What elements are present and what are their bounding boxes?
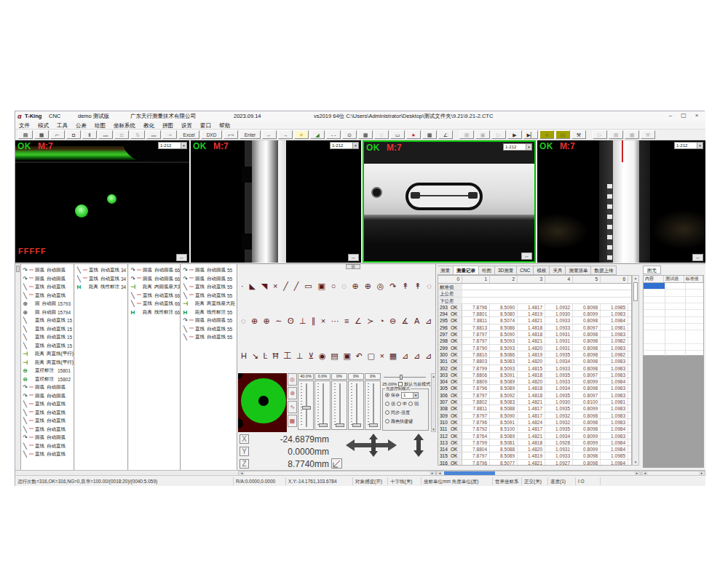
list-item[interactable]: ╲***直线自动直线55 [181, 333, 237, 342]
panel-collapse-button[interactable]: ▨ [346, 264, 360, 269]
tool-icon[interactable]: ∥ [312, 316, 316, 326]
tool-icon[interactable]: × [380, 351, 384, 360]
tool-icon[interactable]: · [241, 282, 244, 290]
chevron-down-icon[interactable]: ▾ [181, 143, 186, 148]
radio-weak[interactable] [408, 402, 413, 406]
light-slider[interactable] [365, 380, 381, 430]
maximize-button[interactable]: ▢ [678, 111, 689, 121]
table-row[interactable]: 296 OK 7.8813 8.5086 1.4818 1.0933 0.809… [438, 324, 631, 331]
toolbar-button[interactable]: ▩ [358, 130, 373, 139]
table-row[interactable]: 310 OK 7.8796 8.5091 1.4824 1.0932 0.809… [438, 419, 631, 426]
table-vertical-scrollbar[interactable]: ▴▾ [632, 275, 639, 466]
selected-cell[interactable] [644, 283, 665, 289]
radio-color-hotkey[interactable] [385, 419, 389, 423]
record-tab[interactable]: 3D测量 [495, 266, 517, 275]
toolbar-button[interactable]: DXD [201, 130, 222, 139]
tool-icon[interactable]: ◉ [319, 351, 326, 361]
tool-icon[interactable]: ◣ [250, 282, 256, 291]
toolbar-button[interactable]: ▶▏ [523, 130, 538, 139]
tool-icon[interactable]: ↟ [402, 282, 408, 291]
record-tab[interactable]: CNC [517, 266, 534, 275]
toolbar-button[interactable]: → [278, 130, 293, 139]
toolbar-button[interactable]: ⚒ [571, 130, 586, 139]
record-tab[interactable]: 模板 [534, 266, 550, 275]
table-row[interactable]: 295 OK 7.8811 8.5074 1.4821 1.0933 0.809… [438, 317, 631, 324]
light-slider[interactable] [314, 380, 331, 430]
table-row[interactable]: 305 OK 7.8796 8.5089 1.4818 1.0934 0.809… [438, 385, 631, 391]
list-item[interactable]: ↷***圆弧自动圆弧55 [181, 266, 237, 275]
list-item[interactable]: ╲直线自动直线15 [21, 325, 74, 334]
toolbar-button[interactable]: ⊙ [342, 130, 357, 139]
list-item[interactable]: ╲直线自动直线15 [21, 333, 74, 342]
tool-icon[interactable]: ⊕ [365, 282, 371, 291]
table-row[interactable]: 297 OK 7.8797 8.5090 1.4818 1.0931 0.809… [438, 331, 631, 338]
list-item[interactable]: ╲***直线自动直线66 [129, 292, 180, 300]
table-label-row[interactable]: 标准值 [438, 284, 631, 290]
options-scrollbar[interactable]: ▴▾ [431, 373, 436, 432]
list-item[interactable]: ╲直线自动直线15 [21, 316, 74, 325]
column-header[interactable]: 1 [462, 276, 490, 283]
toolbar-button[interactable] [587, 130, 591, 139]
column-header[interactable]: 4 [545, 276, 573, 283]
tool-icon[interactable]: ▣ [318, 282, 325, 291]
list-item[interactable]: ⊖直径标注15801 [21, 367, 74, 375]
tool-icon[interactable]: ▣ [343, 351, 350, 361]
table-row[interactable]: 300 OK 7.8810 8.5086 1.4819 1.0935 0.809… [438, 351, 631, 358]
tool-icon[interactable]: ⊿ [414, 351, 420, 361]
toolbar-button[interactable]: ▷ [491, 130, 506, 139]
camera-view-3-selected[interactable]: OK M:7 1-212▾ ↔ [363, 140, 536, 263]
list-item[interactable]: ╲***直线自动直线 [21, 292, 74, 300]
tool-icon[interactable]: ∠ [355, 316, 362, 326]
camera-view-4[interactable]: OK M:7 1-212▾ ↔ [537, 140, 705, 263]
table-row[interactable]: 303 OK 7.8806 8.5091 1.4818 1.0935 0.809… [438, 372, 631, 378]
tool-icon[interactable]: ↶ [356, 351, 363, 361]
table-row[interactable]: 313 OK 7.8799 8.5081 1.4818 1.0928 0.809… [438, 439, 631, 446]
tool-icon[interactable]: ⊕ [352, 282, 359, 291]
list-item[interactable]: H距离线性标注34 [75, 283, 127, 292]
list-item[interactable]: ╲***直线自动直线34 [75, 266, 127, 275]
tool-icon[interactable]: ⊕ [251, 316, 258, 326]
tool-icon[interactable]: A [414, 316, 419, 325]
tool-icon[interactable]: ○ [331, 282, 336, 290]
light-mode-button[interactable]: ▦ [288, 415, 297, 427]
list-item[interactable]: ⊖直径标注15802 [21, 375, 74, 384]
list-item[interactable]: H距离线性标注55 [181, 308, 237, 317]
menu-item[interactable]: 设置 [181, 121, 192, 129]
tool-icon[interactable]: × [321, 316, 325, 325]
tool-icon[interactable]: ◌ [341, 282, 347, 290]
toolbar-button[interactable]: ▩ [422, 130, 437, 139]
toolbar-button[interactable]: ▤ [18, 130, 33, 139]
tool-icon[interactable]: ◎ [377, 282, 384, 291]
record-tab[interactable]: 数据上传 [591, 266, 617, 275]
table-row[interactable]: 302 OK 7.8799 8.5093 1.4815 1.0933 0.809… [438, 365, 631, 372]
list-item[interactable]: ↷***圆弧自动圆弧66 [129, 275, 180, 284]
list-item[interactable]: ⊣距离两直线(平行) [21, 350, 74, 359]
toolbar-button[interactable]: ▶ [507, 130, 522, 139]
resize-grip-icon[interactable]: ↔ [521, 252, 532, 260]
camera-range-combo[interactable]: 1-212▾ [158, 142, 187, 149]
table-row[interactable]: 293 OK 7.8796 8.5090 1.4817 1.0932 0.809… [438, 304, 631, 311]
tool-icon[interactable]: ⊿ [425, 351, 432, 361]
list-item[interactable]: ⊣距离内圆弧最大距 [129, 283, 180, 292]
table-row[interactable]: 314 OK 7.8804 8.5088 1.4820 1.0931 0.809… [438, 446, 631, 453]
camera-view-2[interactable]: OK M:7 1-212▾ ↔ [191, 140, 361, 263]
toolbar-button[interactable]: ▮▮ [555, 130, 570, 139]
menu-item[interactable]: 坐标系统 [114, 121, 135, 129]
panel-splitter[interactable] [15, 264, 21, 470]
master-brightness-slider[interactable] [384, 375, 426, 379]
column-header[interactable]: 0 [438, 276, 462, 283]
table-row[interactable]: 304 OK 7.8809 8.5089 1.4820 1.0933 0.809… [438, 378, 631, 385]
toolbar-button[interactable]: ▬ [98, 130, 113, 139]
toolbar-button[interactable]: ⌐¬ [223, 130, 238, 139]
tool-icon[interactable]: ◌ [427, 282, 432, 290]
tool-icon[interactable]: ╱ [283, 282, 288, 291]
column-header[interactable]: 内容 [644, 276, 664, 282]
light-mode-button[interactable]: ⊛ [288, 387, 297, 399]
tool-icon[interactable]: ⋯ [331, 316, 339, 326]
menu-item[interactable]: 帮助 [219, 121, 230, 129]
tool-icon[interactable]: ◌ [241, 316, 246, 325]
light-slider[interactable] [348, 380, 364, 430]
tool-icon[interactable]: ⊿ [402, 351, 408, 361]
tool-icon[interactable]: ▦ [389, 351, 397, 361]
tool-icon[interactable]: ≡ [344, 316, 349, 325]
